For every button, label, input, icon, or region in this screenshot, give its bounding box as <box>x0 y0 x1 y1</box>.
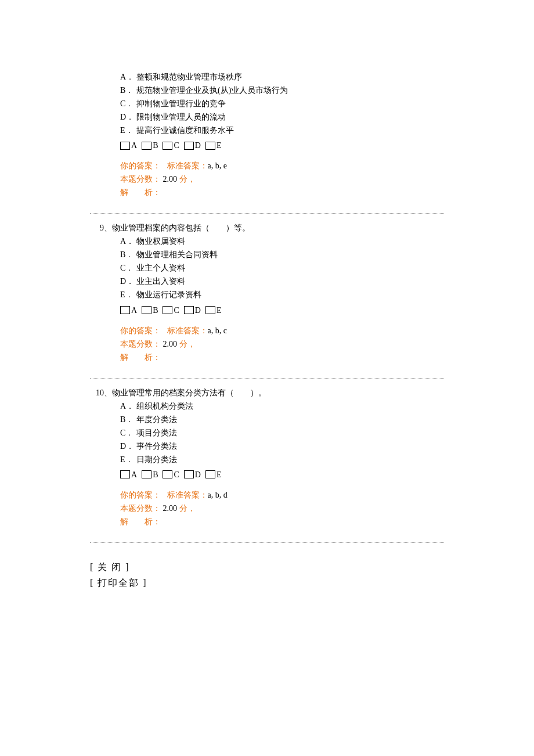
checkbox-label: B <box>153 469 158 481</box>
checkbox-label: C <box>174 139 179 152</box>
option-text: 业主出入资料 <box>136 277 185 286</box>
checkbox-row: ABCDE <box>120 139 444 152</box>
checkbox[interactable] <box>120 306 130 314</box>
option-letter: C． <box>120 427 136 439</box>
checkbox[interactable] <box>163 470 172 478</box>
option-line: E．物业运行记录资料 <box>120 289 444 301</box>
option-letter: A． <box>120 71 136 83</box>
standard-answer-value: a, b, d <box>208 491 228 499</box>
option-line: D．业主出入资料 <box>120 275 444 287</box>
analysis-line: 解 析： <box>120 186 444 199</box>
question-block: A．整顿和规范物业管理市场秩序B．规范物业管理企业及执(从)业人员市场行为C．抑… <box>90 71 444 199</box>
option-letter: E． <box>120 453 136 466</box>
checkbox-label: B <box>153 139 158 152</box>
option-text: 组织机构分类法 <box>136 402 193 411</box>
analysis-line: 解 析： <box>120 351 444 363</box>
option-letter: C． <box>120 98 136 110</box>
option-line: A．组织机构分类法 <box>120 400 444 412</box>
option-letter: A． <box>120 235 136 247</box>
question-stem: 物业管理常用的档案分类方法有（ ）。 <box>112 388 266 397</box>
checkbox[interactable] <box>163 142 172 150</box>
your-answer-line: 你的答案： 标准答案：a, b, d <box>120 489 444 501</box>
score-value: 2.00 <box>163 340 178 348</box>
option-letter: A． <box>120 400 136 412</box>
checkbox-label: B <box>153 304 158 316</box>
option-text: 年度分类法 <box>136 415 177 424</box>
question-stem: 物业管理档案的内容包括（ ）等。 <box>112 224 250 232</box>
option-letter: E． <box>120 124 136 136</box>
checkbox[interactable] <box>163 306 172 314</box>
score-unit: 分， <box>179 504 196 513</box>
option-line: B．物业管理相关合同资料 <box>120 249 444 261</box>
checkbox[interactable] <box>184 306 194 314</box>
option-line: A．物业权属资料 <box>120 235 444 247</box>
analysis-label: 解 析： <box>120 517 161 526</box>
analysis-label: 解 析： <box>120 353 161 362</box>
option-line: B．年度分类法 <box>120 413 444 426</box>
checkbox-label: D <box>195 139 201 152</box>
option-text: 日期分类法 <box>136 455 177 464</box>
option-text: 规范物业管理企业及执(从)业人员市场行为 <box>136 86 288 95</box>
checkbox-label: D <box>195 469 201 481</box>
standard-answer-label: 标准答案： <box>167 326 208 335</box>
option-text: 物业管理相关合同资料 <box>136 250 218 259</box>
checkbox[interactable] <box>142 470 151 478</box>
option-letter: B． <box>120 413 136 426</box>
checkbox-label: D <box>195 304 201 316</box>
option-line: B．规范物业管理企业及执(从)业人员市场行为 <box>120 84 444 96</box>
question-number: 10、 <box>90 387 112 399</box>
standard-answer-label: 标准答案： <box>167 491 208 499</box>
analysis-line: 解 析： <box>120 516 444 528</box>
checkbox-label: A <box>131 139 137 152</box>
option-line: C．项目分类法 <box>120 427 444 439</box>
option-line: D．限制物业管理人员的流动 <box>120 111 444 123</box>
checkbox[interactable] <box>184 142 194 150</box>
your-answer-line: 你的答案： 标准答案：a, b, c <box>120 325 444 337</box>
checkbox[interactable] <box>142 306 151 314</box>
question-block: 10、物业管理常用的档案分类方法有（ ）。A．组织机构分类法B．年度分类法C．项… <box>90 387 444 528</box>
score-unit: 分， <box>179 175 196 183</box>
question-stem-line: 9、物业管理档案的内容包括（ ）等。 <box>90 222 444 234</box>
option-line: A．整顿和规范物业管理市场秩序 <box>120 71 444 83</box>
checkbox[interactable] <box>184 470 194 478</box>
options-area: A．整顿和规范物业管理市场秩序B．规范物业管理企业及执(从)业人员市场行为C．抑… <box>120 71 444 136</box>
separator <box>90 213 444 214</box>
standard-answer-label: 标准答案： <box>167 161 208 170</box>
score-line: 本题分数： 2.00 分， <box>120 338 444 350</box>
checkbox[interactable] <box>120 142 130 150</box>
answer-area: 你的答案： 标准答案：a, b, d本题分数： 2.00 分，解 析： <box>120 489 444 528</box>
checkbox-label: A <box>131 469 137 481</box>
option-text: 项目分类法 <box>136 429 177 437</box>
option-text: 抑制物业管理行业的竞争 <box>136 99 226 108</box>
question-number: 9、 <box>90 222 112 234</box>
option-text: 物业运行记录资料 <box>136 290 201 299</box>
your-answer-line: 你的答案： 标准答案：a, b, e <box>120 160 444 172</box>
checkbox-row: ABCDE <box>120 468 444 481</box>
your-answer-label: 你的答案： <box>120 491 161 499</box>
standard-answer-value: a, b, e <box>208 161 227 170</box>
score-label: 本题分数： <box>120 175 161 183</box>
checkbox-label: E <box>217 139 222 152</box>
footer-links: [ 关 闭 ] [ 打印全部 ] <box>90 560 444 590</box>
option-text: 限制物业管理人员的流动 <box>136 113 226 121</box>
checkbox[interactable] <box>142 142 151 150</box>
separator <box>90 378 444 379</box>
checkbox-label: E <box>217 469 222 481</box>
checkbox[interactable] <box>205 142 215 150</box>
score-line: 本题分数： 2.00 分， <box>120 502 444 514</box>
checkbox[interactable] <box>205 306 215 314</box>
checkbox[interactable] <box>120 470 130 478</box>
checkbox-label: C <box>174 469 179 481</box>
close-link[interactable]: [ 关 闭 ] <box>90 560 444 574</box>
question-stem-line: 10、物业管理常用的档案分类方法有（ ）。 <box>90 387 444 399</box>
print-all-link[interactable]: [ 打印全部 ] <box>90 576 444 590</box>
question-block: 9、物业管理档案的内容包括（ ）等。A．物业权属资料B．物业管理相关合同资料C．… <box>90 222 444 363</box>
separator <box>90 542 444 543</box>
score-line: 本题分数： 2.00 分， <box>120 173 444 185</box>
option-line: C．业主个人资料 <box>120 262 444 274</box>
option-text: 业主个人资料 <box>136 264 185 272</box>
option-letter: D． <box>120 275 136 287</box>
option-line: E．提高行业诚信度和服务水平 <box>120 124 444 136</box>
checkbox[interactable] <box>205 470 215 478</box>
option-line: D．事件分类法 <box>120 440 444 452</box>
